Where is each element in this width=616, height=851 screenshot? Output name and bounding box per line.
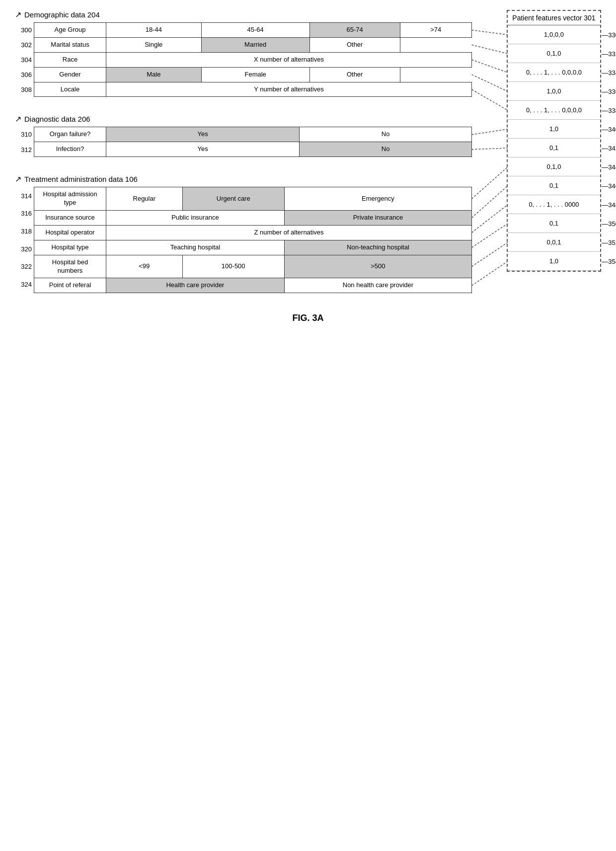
table-row: Hospital admission typeRegularUrgent car… [34, 187, 472, 211]
table-row: Infection?YesNo [34, 142, 472, 157]
pvf-ref-350: —350 [602, 220, 616, 228]
pvf-row-8: 0,1—346 [508, 176, 600, 195]
table-row: Hospital typeTeaching hospitalNon-teachi… [34, 240, 472, 255]
section-label-text-diagnostic: Diagnostic data 206 [24, 115, 90, 123]
left-ref-col-demographic: 300302304306308 [15, 22, 34, 97]
cell-0-1-1: Married [201, 37, 309, 52]
table-wrapper-demographic: 300302304306308Age Group18-4445-6465-74>… [15, 22, 472, 97]
table-row: Hospital bed numbers<99100-500>500 [34, 255, 472, 278]
svg-line-0 [472, 30, 508, 35]
row-label-2-5: Point of referal [34, 278, 106, 293]
row-ref-320: 320 [21, 240, 32, 258]
cell-0-0-2: 65-74 [309, 23, 400, 38]
row-label-0-2: Race [34, 52, 106, 67]
row-ref-318: 318 [21, 223, 32, 240]
table-wrapper-treatment: 314316318320322324Hospital admission typ… [15, 187, 472, 293]
row-ref-312: 312 [21, 142, 32, 157]
svg-line-11 [472, 242, 508, 267]
pvf-ref-348: —348 [602, 201, 616, 209]
table-row: Marital statusSingleMarriedOther [34, 37, 472, 52]
cell-2-0-2: Emergency [284, 187, 471, 211]
pvf-ref-338: —338 [602, 107, 616, 114]
pvf-value-9: 0, . . . 1, . . . 0000 [508, 195, 600, 214]
cell-0-0-1: 45-64 [201, 23, 309, 38]
pvf-title: Patient features vector 301 [508, 11, 600, 25]
svg-line-1 [472, 45, 508, 54]
cell-2-5-1: Non health care provider [284, 278, 471, 293]
svg-line-12 [472, 261, 508, 286]
cell-1-0-0: Yes [106, 127, 300, 142]
pvf-ref-336: —336 [602, 88, 616, 95]
pvf-value-7: 0,1,0 [508, 157, 600, 176]
section-title-demographic: ↗Demographic data 204 [15, 10, 472, 19]
row-label-1-1: Infection? [34, 142, 106, 157]
pvf-row-6: 0,1—342 [508, 139, 600, 157]
cell-2-5-0: Health care provider [106, 278, 285, 293]
svg-line-10 [472, 224, 508, 247]
row-ref-314: 314 [21, 187, 32, 205]
pvf-row-4: 0, . . . 1, . . . 0,0,0,0—338 [508, 101, 600, 120]
row-label-2-3: Hospital type [34, 240, 106, 255]
cell-2-1-1: Private insurance [284, 211, 471, 226]
pvf-ref-346: —346 [602, 182, 616, 190]
pvf-row-11: 0,0,1—352 [508, 233, 600, 252]
pvf-row-1: 0,1,0—332 [508, 44, 600, 63]
pvf-ref-352: —352 [602, 239, 616, 246]
pvf-value-1: 0,1,0 [508, 44, 600, 63]
cell-2-2-0: Z number of alternatives [106, 225, 472, 240]
cell-0-4-0: Y number of alternatives [106, 82, 472, 97]
pvf-value-8: 0,1 [508, 176, 600, 195]
svg-line-9 [472, 205, 508, 232]
section-treatment: ↗Treatment administration data 106314316… [15, 174, 472, 293]
cell-2-0-0: Regular [106, 187, 183, 211]
pvf-ref-330: —330 [602, 31, 616, 39]
table-row: GenderMaleFemaleOther [34, 67, 472, 82]
pvf-value-3: 1,0,0 [508, 82, 600, 101]
pvf-value-2: 0, . . . 1, . . . 0,0,0,0 [508, 63, 600, 82]
pvf-value-5: 1,0 [508, 120, 600, 139]
svg-line-8 [472, 186, 508, 218]
svg-line-5 [472, 129, 508, 135]
pvf-row-0: 1,0,0,0—330 [508, 25, 600, 44]
left-ref-col-treatment: 314316318320322324 [15, 187, 34, 293]
cell-0-0-0: 18-44 [106, 23, 202, 38]
row-ref-302: 302 [21, 37, 32, 52]
table-row: Age Group18-4445-6465-74>74 [34, 23, 472, 38]
diagram-area: ↗Demographic data 204300302304306308Age … [15, 10, 601, 293]
cell-0-3-2: Other [309, 67, 400, 82]
table-row: Point of referalHealth care providerNon … [34, 278, 472, 293]
section-label-text-demographic: Demographic data 204 [24, 10, 100, 19]
row-ref-322: 322 [21, 258, 32, 276]
cell-2-1-0: Public insurance [106, 211, 285, 226]
section-label-text-treatment: Treatment administration data 106 [24, 175, 138, 183]
cell-1-0-1: No [300, 127, 472, 142]
row-label-0-3: Gender [34, 67, 106, 82]
section-arrow-demographic: ↗ [15, 10, 21, 19]
row-ref-316: 316 [21, 205, 32, 223]
figure-caption: FIG. 3A [15, 313, 601, 343]
row-label-2-0: Hospital admission type [34, 187, 106, 211]
cell-0-3-1: Female [201, 67, 309, 82]
pvf-value-12: 1,0 [508, 252, 600, 271]
table-row: Organ failure?YesNo [34, 127, 472, 142]
data-table-treatment: Hospital admission typeRegularUrgent car… [34, 187, 472, 293]
pvf-row-12: 1,0—354 [508, 252, 600, 271]
cell-2-4-1: 100-500 [182, 255, 284, 278]
pvf-ref-344: —344 [602, 163, 616, 171]
cell-0-3-0: Male [106, 67, 202, 82]
row-label-2-4: Hospital bed numbers [34, 255, 106, 278]
data-table-demographic: Age Group18-4445-6465-74>74Marital statu… [34, 22, 472, 97]
tables-area: ↗Demographic data 204300302304306308Age … [15, 10, 472, 293]
svg-line-6 [472, 148, 508, 150]
row-ref-300: 300 [21, 22, 32, 37]
pvf-cells: 1,0,0,0—3300,1,0—3320, . . . 1, . . . 0,… [508, 25, 600, 271]
pvf-ref-342: —342 [602, 145, 616, 152]
section-diagnostic: ↗Diagnostic data 206310312Organ failure?… [15, 114, 472, 157]
row-label-2-1: Insurance source [34, 211, 106, 226]
pvf-value-11: 0,0,1 [508, 233, 600, 252]
pvf-row-7: 0,1,0—344 [508, 157, 600, 176]
table-row: Insurance sourcePublic insurancePrivate … [34, 211, 472, 226]
cell-0-1-2: Other [309, 37, 400, 52]
row-ref-304: 304 [21, 52, 32, 67]
row-ref-306: 306 [21, 67, 32, 82]
